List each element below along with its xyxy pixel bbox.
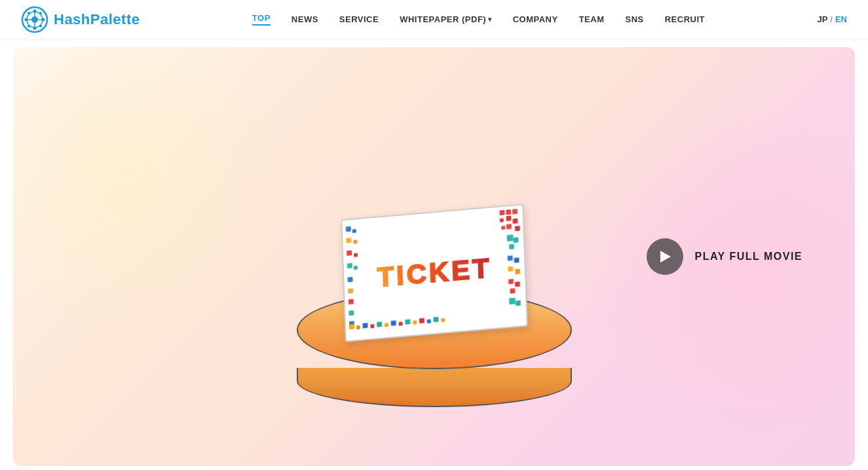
svg-rect-58 [413, 321, 417, 325]
svg-rect-36 [345, 226, 350, 232]
nav-sns[interactable]: SNS [626, 14, 644, 24]
svg-rect-17 [506, 215, 511, 221]
logo-text: HashPalette [54, 11, 140, 28]
play-triangle-icon [660, 251, 671, 262]
nav-company[interactable]: COMPANY [513, 14, 558, 24]
svg-rect-29 [514, 281, 519, 287]
nav-news[interactable]: NEWS [292, 14, 318, 24]
svg-rect-43 [353, 266, 357, 270]
disc-side-face [297, 368, 572, 407]
play-label[interactable]: PLAY FULL MOVIE [695, 251, 802, 262]
svg-rect-24 [507, 255, 512, 261]
nav-team[interactable]: TEAM [579, 14, 605, 24]
svg-rect-32 [515, 300, 520, 306]
svg-rect-40 [347, 250, 352, 255]
svg-rect-39 [353, 240, 357, 244]
svg-rect-56 [398, 321, 402, 325]
svg-rect-51 [362, 323, 368, 328]
logo[interactable]: HashPalette [21, 6, 140, 33]
svg-rect-62 [441, 318, 445, 322]
svg-rect-18 [512, 218, 518, 223]
svg-rect-37 [352, 229, 356, 233]
hero-section: TICKET [13, 47, 855, 466]
svg-rect-26 [508, 266, 513, 272]
svg-rect-45 [348, 288, 353, 293]
logo-icon [21, 6, 48, 33]
svg-rect-38 [346, 238, 351, 243]
language-switcher: JP / EN [817, 14, 847, 24]
svg-rect-23 [508, 244, 514, 249]
svg-rect-57 [405, 319, 410, 325]
svg-rect-27 [515, 269, 520, 274]
svg-rect-53 [377, 321, 382, 327]
nav-whitepaper[interactable]: WHITEPAPER (PDF) [400, 14, 491, 24]
svg-rect-20 [514, 226, 519, 231]
svg-rect-21 [506, 234, 513, 241]
svg-rect-33 [499, 210, 504, 215]
svg-rect-52 [370, 324, 374, 328]
svg-rect-31 [508, 298, 515, 304]
svg-point-7 [39, 12, 42, 14]
svg-rect-19 [506, 224, 511, 229]
lang-separator: / [830, 14, 833, 24]
svg-rect-55 [390, 320, 396, 325]
svg-rect-44 [347, 277, 352, 282]
lang-jp[interactable]: JP [817, 14, 827, 24]
svg-rect-61 [433, 317, 438, 322]
ticket-card: TICKET [341, 204, 528, 342]
play-icon-button[interactable] [647, 238, 683, 275]
svg-point-10 [28, 25, 30, 27]
svg-rect-41 [354, 253, 358, 257]
svg-rect-46 [348, 299, 353, 304]
svg-rect-49 [349, 324, 354, 329]
site-header: HashPalette TOP NEWS SERVICE WHITEPAPER … [0, 0, 868, 39]
nav-service[interactable]: SERVICE [339, 14, 379, 24]
svg-rect-54 [384, 323, 388, 327]
hero-illustration: TICKET [231, 86, 637, 427]
svg-rect-22 [513, 237, 518, 242]
svg-rect-16 [512, 209, 517, 214]
svg-rect-60 [426, 319, 430, 323]
svg-point-9 [39, 25, 42, 27]
svg-rect-28 [508, 279, 513, 284]
svg-rect-42 [347, 263, 352, 268]
nav-recruit[interactable]: RECRUIT [665, 14, 705, 24]
svg-point-2 [31, 16, 38, 23]
svg-point-8 [28, 12, 30, 14]
svg-rect-30 [510, 288, 515, 293]
svg-rect-47 [349, 310, 354, 316]
main-nav: TOP NEWS SERVICE WHITEPAPER (PDF) COMPAN… [252, 13, 705, 26]
main-content: TICKET [0, 47, 868, 466]
svg-rect-34 [499, 218, 503, 222]
svg-rect-50 [356, 325, 360, 329]
svg-rect-35 [501, 226, 505, 230]
play-full-movie-button[interactable]: PLAY FULL MOVIE [647, 238, 802, 275]
svg-rect-25 [514, 257, 519, 262]
nav-top[interactable]: TOP [252, 13, 271, 26]
lang-en[interactable]: EN [835, 14, 847, 24]
svg-rect-15 [506, 209, 511, 215]
svg-rect-59 [419, 318, 424, 323]
